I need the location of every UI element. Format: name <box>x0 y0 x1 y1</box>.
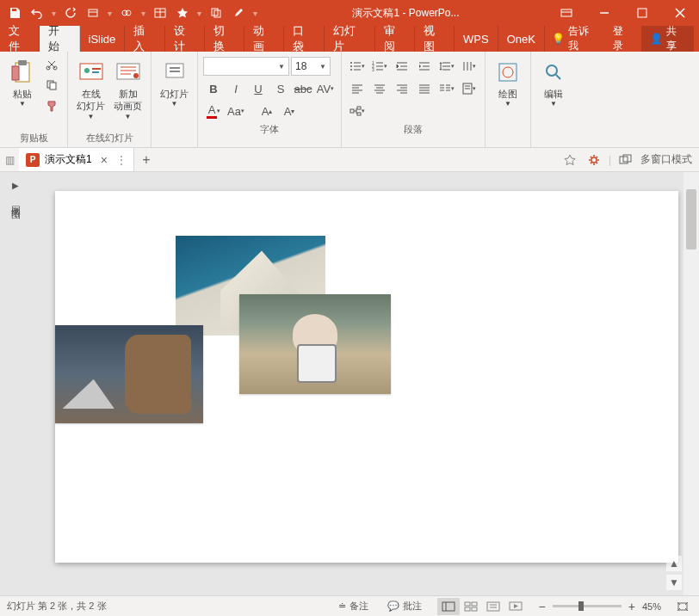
inserted-image-2[interactable] <box>239 294 391 394</box>
font-size-combo[interactable]: 18▼ <box>291 57 331 76</box>
italic-button[interactable]: I <box>226 79 246 98</box>
save-icon[interactable] <box>5 3 24 22</box>
next-slide-button[interactable]: ▼ <box>666 575 682 590</box>
text-direction-button[interactable]: ▾ <box>459 57 479 76</box>
tab-design[interactable]: 设计 <box>165 26 205 52</box>
document-tab[interactable]: P 演示文稿1 × ⋮ <box>19 148 134 171</box>
document-tab-label: 演示文稿1 <box>45 152 92 167</box>
qat-star-icon[interactable] <box>173 3 192 22</box>
tab-pocket[interactable]: 口袋 <box>284 26 324 52</box>
font-color-button[interactable]: A▾ <box>203 102 224 120</box>
multiwindow-icon[interactable] <box>616 151 635 169</box>
indent-inc-button[interactable] <box>414 57 435 76</box>
group-editing: 编辑▼ <box>531 52 576 147</box>
doc-list-icon[interactable]: ▥ <box>0 154 19 166</box>
zoom-slider-thumb[interactable] <box>578 601 584 611</box>
undo-icon[interactable] <box>28 3 46 22</box>
indent-dec-button[interactable] <box>392 57 412 76</box>
expand-panel-button[interactable]: ▶ <box>12 181 19 190</box>
notes-button[interactable]: ≐备注 <box>335 600 372 613</box>
login-button[interactable]: 登录 <box>606 26 640 52</box>
new-anim-page-button[interactable]: 新加 动画页▼ <box>110 55 145 123</box>
tab-menu-icon[interactable]: ⋮ <box>116 154 127 166</box>
justify-button[interactable] <box>414 79 435 98</box>
tab-slide[interactable]: 幻灯片 <box>325 26 375 52</box>
shrink-font-button[interactable]: A▾ <box>279 102 300 120</box>
reading-view-button[interactable] <box>482 598 504 615</box>
inserted-image-3[interactable] <box>55 325 203 423</box>
tab-file[interactable]: 文件 <box>0 26 40 52</box>
slides-button[interactable]: 幻灯片▼ <box>157 55 192 111</box>
numbering-button[interactable]: 123▾ <box>369 57 390 76</box>
cut-button[interactable] <box>41 55 62 74</box>
gear-icon[interactable] <box>585 151 603 169</box>
redo-icon[interactable] <box>61 3 80 22</box>
align-center-button[interactable] <box>369 79 390 98</box>
align-left-button[interactable] <box>347 79 368 98</box>
char-spacing-button[interactable]: AV▾ <box>315 79 336 98</box>
paste-button[interactable]: 粘贴▼ <box>5 55 40 111</box>
zoom-percent[interactable]: 45% <box>642 601 661 612</box>
tab-onek[interactable]: OneK <box>498 26 545 52</box>
drawing-button[interactable]: 绘图▼ <box>491 55 525 111</box>
bold-button[interactable]: B <box>203 79 224 98</box>
font-name-combo[interactable]: ▼ <box>203 57 289 76</box>
bullets-button[interactable]: ▾ <box>347 57 368 76</box>
copy-button[interactable] <box>41 76 62 95</box>
qat-separator: ▾ <box>50 9 58 18</box>
star-icon[interactable] <box>560 151 579 169</box>
vertical-scrollbar[interactable] <box>684 172 699 595</box>
tab-animation[interactable]: 动画 <box>244 26 284 52</box>
tab-islide[interactable]: iSlide <box>80 26 126 52</box>
align-text-button[interactable]: ▾ <box>459 79 479 98</box>
close-button[interactable] <box>661 0 699 26</box>
zoom-in-button[interactable]: + <box>628 600 635 613</box>
prev-slide-button[interactable]: ▲ <box>666 556 682 571</box>
strike-button[interactable]: abc <box>293 79 313 98</box>
line-spacing-button[interactable]: ▾ <box>436 57 457 76</box>
minimize-button[interactable] <box>585 0 623 26</box>
format-painter-button[interactable] <box>41 96 62 115</box>
qat-copy-icon[interactable] <box>207 3 226 22</box>
smartart-button[interactable]: ▾ <box>347 102 368 120</box>
grow-font-button[interactable]: A▴ <box>257 102 277 120</box>
comments-button[interactable]: 💬批注 <box>384 600 425 613</box>
qat-table-icon[interactable] <box>151 3 170 22</box>
svg-rect-6 <box>561 9 572 16</box>
tab-wps[interactable]: WPS <box>455 26 498 52</box>
change-case-button[interactable]: Aa▾ <box>226 102 246 120</box>
tab-view[interactable]: 视图 <box>415 26 455 52</box>
scrollbar-thumb[interactable] <box>686 189 696 249</box>
fit-window-button[interactable] <box>673 601 692 612</box>
tab-insert[interactable]: 插入 <box>125 26 164 52</box>
tab-home[interactable]: 开始 <box>40 26 79 52</box>
qat-link-icon[interactable] <box>117 3 136 22</box>
columns-button[interactable]: ▾ <box>436 79 457 98</box>
multiwindow-label[interactable]: 多窗口模式 <box>640 152 692 167</box>
tell-me-button[interactable]: 💡告诉我 <box>545 26 604 52</box>
tab-transition[interactable]: 切换 <box>205 26 244 52</box>
normal-view-button[interactable] <box>437 598 460 615</box>
align-right-button[interactable] <box>392 79 412 98</box>
ribbon-options-icon[interactable] <box>547 0 585 26</box>
zoom-slider[interactable] <box>553 605 622 607</box>
online-slides-button[interactable]: 在线 幻灯片▼ <box>73 55 108 123</box>
share-button[interactable]: 👤共享 <box>641 26 694 52</box>
close-tab-button[interactable]: × <box>97 153 111 167</box>
slide[interactable] <box>55 191 678 563</box>
slide-canvas-area[interactable]: ▲ ▼ <box>31 172 684 595</box>
new-tab-button[interactable]: + <box>134 152 158 168</box>
slideshow-view-button[interactable] <box>504 598 527 615</box>
qat-item-1[interactable] <box>84 3 102 22</box>
zoom-out-button[interactable]: − <box>539 600 546 613</box>
maximize-button[interactable] <box>623 0 661 26</box>
group-font: ▼ 18▼ B I U S abc AV▾ A▾ Aa▾ A▴ A▾ 字体 <box>198 52 342 147</box>
editing-button[interactable]: 编辑▼ <box>536 55 571 111</box>
tab-review[interactable]: 审阅 <box>375 26 415 52</box>
qat-brush-icon[interactable] <box>229 3 248 22</box>
person-icon: 👤 <box>650 33 663 45</box>
shadow-button[interactable]: S <box>270 79 291 98</box>
svg-rect-22 <box>170 67 180 69</box>
underline-button[interactable]: U <box>248 79 269 98</box>
sorter-view-button[interactable] <box>460 598 482 615</box>
